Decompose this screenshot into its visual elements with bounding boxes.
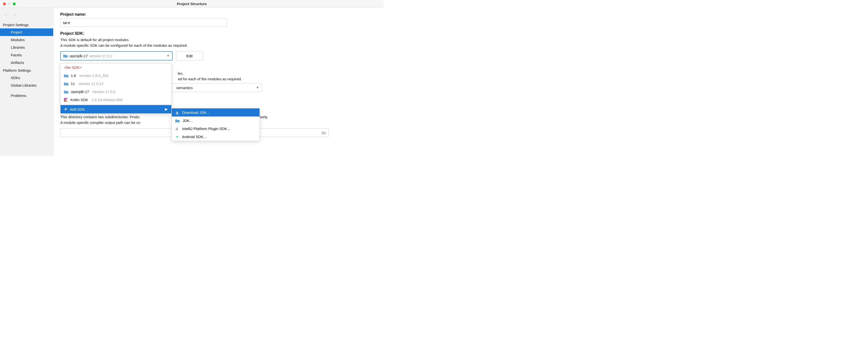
nav-forward-icon[interactable]: →	[13, 12, 17, 17]
add-sdk-submenu: Download JDK... JDK... IntelliJ Platform…	[172, 108, 260, 141]
project-name-input[interactable]	[60, 18, 227, 27]
sidebar-item-facets[interactable]: Facets	[0, 51, 53, 59]
sidebar-item-global-libraries[interactable]: Global Libraries	[0, 81, 53, 89]
window-title: Project Structure	[177, 2, 207, 6]
submenu-item-download-jdk[interactable]: Download JDK...	[172, 108, 259, 116]
folder-icon	[64, 82, 68, 85]
traffic-lights	[3, 2, 16, 5]
selected-sdk-version: version 17.0.2	[89, 54, 112, 58]
language-level-text: semantics	[176, 86, 193, 90]
plugin-icon	[175, 127, 179, 131]
nav-back-icon[interactable]: ←	[3, 12, 8, 17]
dropdown-item-sdk[interactable]: openjdk-17 version 17.0.2	[61, 87, 171, 96]
browse-folder-icon[interactable]	[321, 131, 326, 134]
sidebar-item-sdks[interactable]: SDKs	[0, 74, 53, 81]
submenu-item-jdk[interactable]: JDK...	[172, 116, 259, 125]
close-window-button[interactable]	[3, 2, 6, 5]
sidebar-group-project-settings: Project Settings	[0, 21, 53, 28]
dropdown-item-sdk[interactable]: 1.8 version 1.8.0_302	[61, 71, 171, 79]
folder-icon	[64, 90, 68, 94]
dropdown-item-no-sdk[interactable]: <No SDK>	[61, 63, 171, 71]
selected-sdk-name: openjdk-17	[70, 54, 88, 58]
dropdown-item-kotlin-sdk[interactable]: Kotlin SDK 1.5.10-release-896	[61, 96, 171, 104]
folder-icon	[64, 74, 68, 77]
dropdown-item-add-sdk[interactable]: Add SDK ▶	[61, 105, 171, 113]
project-sdk-label: Project SDK:	[60, 31, 377, 36]
dropdown-separator	[61, 104, 171, 105]
svg-rect-6	[177, 127, 177, 128]
plus-icon	[64, 107, 67, 111]
sidebar-item-modules[interactable]: Modules	[0, 36, 53, 43]
project-sdk-select[interactable]: openjdk-17 version 17.0.2 ▼	[60, 51, 173, 61]
download-icon	[175, 111, 179, 114]
svg-rect-7	[178, 127, 178, 128]
submenu-item-intellij-plugin-sdk[interactable]: IntelliJ Platform Plugin SDK...	[172, 125, 259, 133]
svg-rect-5	[176, 128, 178, 130]
folder-icon	[63, 54, 68, 58]
minimize-window-button[interactable]	[8, 2, 11, 5]
sdk-dropdown: <No SDK> 1.8 version 1.8.0_302 11 versio…	[60, 63, 172, 114]
kotlin-icon	[64, 98, 68, 102]
content-area: Project name: Project SDK: This SDK is d…	[54, 8, 383, 156]
zoom-window-button[interactable]	[13, 2, 16, 5]
dropdown-item-sdk[interactable]: 11 version 11.0.12	[61, 79, 171, 87]
chevron-right-icon: ▶	[165, 107, 168, 111]
edit-sdk-button[interactable]: Edit	[176, 51, 203, 61]
project-name-label: Project name:	[60, 12, 377, 16]
sidebar: ← → Project Settings Project Modules Lib…	[0, 8, 54, 156]
svg-point-8	[177, 137, 177, 137]
sidebar-item-project[interactable]: Project	[0, 28, 53, 36]
titlebar: Project Structure	[0, 0, 383, 8]
submenu-item-android-sdk[interactable]: Android SDK...	[172, 133, 259, 141]
svg-point-9	[178, 137, 178, 137]
chevron-down-icon: ▼	[167, 54, 169, 58]
sidebar-group-platform-settings: Platform Settings	[0, 66, 53, 74]
sidebar-item-libraries[interactable]: Libraries	[0, 43, 53, 51]
sidebar-item-problems[interactable]: Problems	[0, 92, 53, 100]
sidebar-item-artifacts[interactable]: Artifacts	[0, 59, 53, 66]
chevron-down-icon: ▼	[256, 86, 259, 90]
project-sdk-desc: This SDK is default for all project modu…	[60, 37, 377, 48]
android-icon	[175, 135, 179, 139]
folder-icon	[175, 119, 180, 122]
